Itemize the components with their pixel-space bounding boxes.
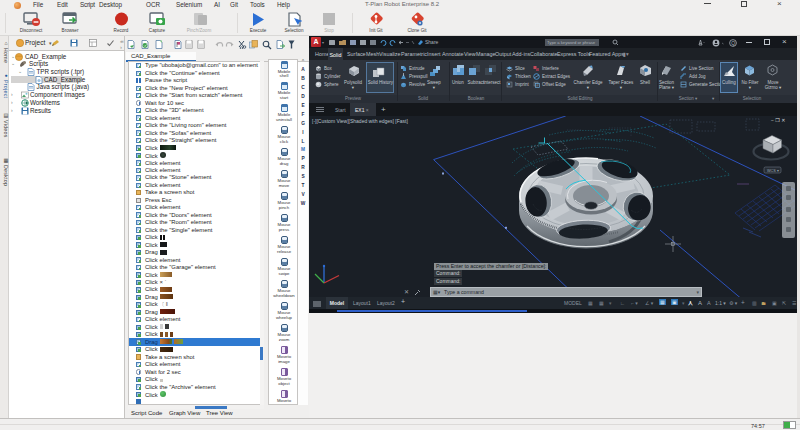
svg-text:WCS ▾: WCS ▾ xyxy=(767,169,779,173)
svg-text:Q: Q xyxy=(731,39,735,45)
